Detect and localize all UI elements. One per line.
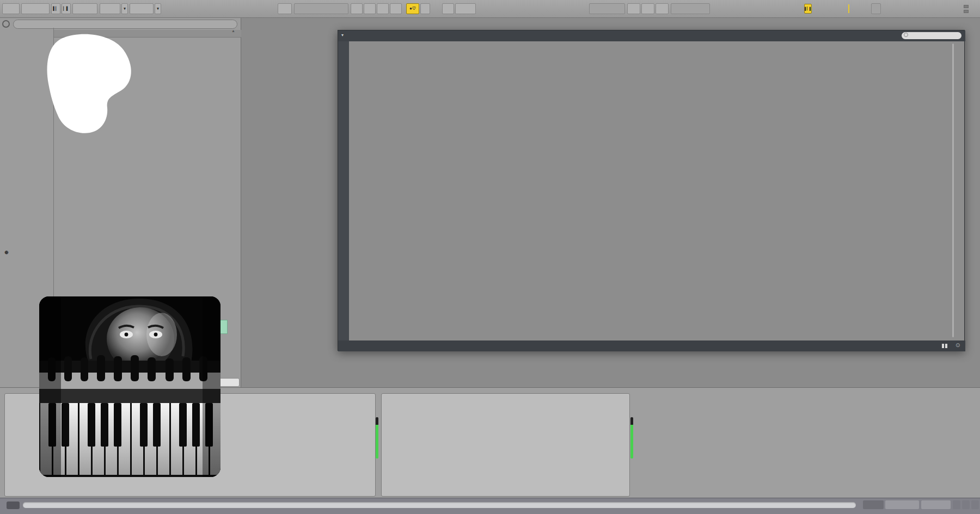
quantize-chevron[interactable]: ▾	[155, 3, 161, 14]
overdub-button[interactable]	[390, 3, 402, 14]
sort-arrow-icon: ▲	[231, 29, 235, 33]
device-drop-area[interactable]	[633, 393, 976, 497]
status-box-1	[863, 500, 884, 509]
overload-indicator	[871, 3, 881, 14]
midi-out-led	[964, 10, 969, 13]
max-patcher-window: ▾ ⊙	[338, 30, 965, 351]
status-progress-bar[interactable]	[23, 502, 856, 508]
session-record-button[interactable]	[442, 3, 454, 14]
tempo-field[interactable]	[21, 3, 50, 14]
nudge-down-button[interactable]: ▌▏	[51, 3, 60, 14]
status-left-box[interactable]	[7, 501, 20, 509]
status-icon-2[interactable]	[962, 500, 970, 509]
add-folder-icon: ⊕	[4, 247, 12, 257]
stop-button[interactable]	[364, 3, 376, 14]
follow-button[interactable]	[278, 3, 292, 14]
transport-bar: ▌▏ ▏▌ ▾ ▾ ●♡ ▌▏▌	[0, 0, 980, 18]
status-icon-1[interactable]	[953, 500, 960, 509]
new-button[interactable]	[455, 3, 476, 14]
tap-button[interactable]	[2, 3, 20, 14]
status-icon-3[interactable]	[971, 500, 979, 509]
time-signature-field[interactable]	[72, 3, 97, 14]
reverb-device	[381, 393, 630, 497]
status-bar	[0, 498, 980, 514]
automation-arm-button[interactable]: ●♡	[406, 3, 419, 14]
midi-in-led	[964, 5, 969, 8]
max-patch-canvas[interactable]	[349, 41, 954, 340]
max-zoom-menu[interactable]: ▾	[341, 33, 344, 38]
device-meter-left	[376, 417, 378, 459]
quantize-menu[interactable]	[130, 3, 154, 14]
groove-amount[interactable]	[100, 3, 120, 14]
loop-length-field[interactable]	[671, 3, 710, 14]
loop-button[interactable]	[641, 3, 654, 14]
cpu-meter	[850, 3, 870, 14]
max-right-toolbar	[957, 117, 965, 226]
ableton-live-window: ▌▏ ▏▌ ▾ ▾ ●♡ ▌▏▌	[0, 0, 980, 514]
max-left-toolbar	[338, 41, 349, 340]
places-list	[0, 148, 60, 252]
webcam-overlay	[39, 296, 220, 477]
device-meter-right	[630, 417, 633, 459]
max-search-field[interactable]	[902, 32, 961, 39]
max-right-scrollbar[interactable]	[952, 44, 954, 337]
loop-start-field[interactable]	[589, 3, 625, 14]
punch-in-button[interactable]	[627, 3, 640, 14]
play-button[interactable]	[351, 3, 363, 14]
midi-map-button[interactable]	[828, 3, 847, 14]
reenable-automation-button[interactable]	[420, 3, 430, 14]
arrangement-position[interactable]	[294, 3, 348, 14]
computer-midi-keyboard-button[interactable]: ▌▏▌	[804, 4, 812, 14]
nudge-up-button[interactable]: ▏▌	[62, 3, 71, 14]
midi-indicator	[848, 4, 849, 13]
max-power-icon[interactable]: ⊙	[955, 342, 960, 348]
status-box-3	[921, 500, 951, 509]
max-search-icon	[904, 33, 908, 37]
record-button[interactable]	[377, 3, 389, 14]
cursor-blob-overlay	[30, 26, 144, 143]
status-box-2	[885, 500, 919, 509]
groove-chevron[interactable]: ▾	[121, 3, 128, 14]
punch-out-button[interactable]	[656, 3, 669, 14]
max-bottom-toolbar: ⊙	[338, 340, 965, 351]
max-grid-icon[interactable]	[939, 343, 950, 349]
draw-mode-button[interactable]	[794, 3, 804, 14]
browser-collapse-icon[interactable]	[2, 20, 10, 28]
max-top-toolbar: ▾	[338, 30, 965, 41]
